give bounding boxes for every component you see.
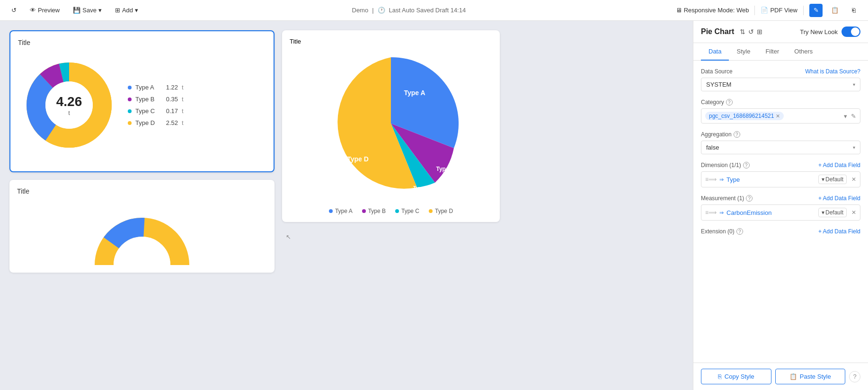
pie-dot-b [362,209,366,213]
pie-chart-card[interactable]: Title [282,30,500,222]
undo-button[interactable]: ↺ [8,5,20,16]
measurement-header: Measurement (1) ? + Add Data Field [701,195,860,202]
measurement-default-tag[interactable]: ▾ Default [818,208,847,217]
measurement-info-icon[interactable]: ? [746,195,753,202]
paste-style-label: Paste Style [800,373,831,380]
legend-value-c: 0.17 [163,107,178,115]
measurement-add-field-btn[interactable]: + Add Data Field [818,195,860,202]
legend-value-d: 2.52 [163,119,178,126]
help-icon[interactable]: ? [849,371,860,382]
pie-legend-c: Type C [395,208,419,214]
category-tag-remove[interactable]: ✕ [776,113,780,119]
data-source-select[interactable]: SYSTEM ▾ [701,78,860,91]
tab-style[interactable]: Style [729,43,758,61]
category-edit-icon[interactable]: ✎ [851,113,856,120]
category-tag: pgc_csv_1686896214521 ✕ [705,112,784,120]
bottom-left-card: Title [9,180,275,273]
category-dropdown-icon[interactable]: ▾ [844,113,847,120]
add-label: Add [122,7,133,14]
donut-center-value: 4.26 t [56,94,82,116]
legend-dot-a [128,86,132,89]
pie-dot-a [329,209,333,213]
aggregation-chevron-icon: ▾ [853,145,855,150]
aggregation-label: Aggregation [701,131,732,138]
bottom-chart-svg [95,208,189,265]
measurement-field-row: ≡⟹ ⇒ CarbonEmission ▾ Default ✕ [701,204,860,221]
bottom-card-title: Title [17,187,267,195]
canvas-area: Title [0,21,693,390]
left-column: Title [9,30,275,381]
legend-value-b: 0.35 [163,96,178,103]
legend-label-d: Type D [135,119,159,126]
copy-icon: ⎘ [718,373,722,380]
data-source-label: Data Source [701,68,733,75]
aggregation-section: Aggregation ? false ▾ [701,131,860,154]
panel-grid-icon[interactable]: ⊞ [757,28,762,35]
svg-text:Type D: Type D [347,155,369,163]
legend-value-a: 1.22 [163,84,178,91]
category-label: Category [701,99,724,106]
dimension-header: Dimension (1/1) ? + Add Data Field [701,162,860,168]
legend-unit-a: t [182,84,184,91]
aggregation-info-icon[interactable]: ? [734,131,740,138]
save-button[interactable]: 💾 Save ▾ [69,5,106,16]
copy-style-button[interactable]: ⎘ Copy Style [701,369,771,384]
add-button[interactable]: ⊞ Add ▾ [111,5,142,16]
legend-label-a: Type A [135,84,159,91]
preview-button[interactable]: 👁 Preview [26,5,63,16]
try-new-look-toggle[interactable] [841,27,860,37]
dimension-field-name: Type [726,176,815,183]
donut-chart: 4.26 t [22,58,116,152]
pie-label-d: Type D [435,208,453,214]
legend-dot-d [128,121,132,125]
extension-info-icon[interactable]: ? [736,228,743,235]
panel-title: Pie Chart [701,27,734,36]
measurement-label-row: Measurement (1) ? [701,195,753,202]
measurement-remove-icon[interactable]: ✕ [851,209,856,216]
panel-refresh-icon[interactable]: ↺ [748,28,754,35]
add-dropdown-icon: ▾ [135,7,138,14]
clock-icon: 🕐 [378,7,385,14]
panel-settings-icon[interactable]: ⇅ [740,28,745,35]
dimension-info-icon[interactable]: ? [743,162,750,168]
category-tag-box[interactable]: pgc_csv_1686896214521 ✕ ▾ ✎ [701,108,860,124]
aggregation-value: false [706,144,719,151]
right-panel: Pie Chart ⇅ ↺ ⊞ Try New Look Data Style … [693,21,868,390]
dimension-label-row: Dimension (1/1) ? [701,162,750,168]
category-info-icon[interactable]: ? [726,99,733,106]
legend-unit-c: t [182,107,184,115]
divider [754,6,755,15]
canvas-icon-button[interactable]: ✎ [809,4,823,17]
donut-chart-card[interactable]: Title [9,30,275,172]
pdf-view-button[interactable]: 📄 PDF View [761,7,797,14]
panel-header: Pie Chart ⇅ ↺ ⊞ Try New Look [693,21,868,43]
save-dropdown-icon: ▾ [98,7,102,14]
aggregation-select[interactable]: false ▾ [701,141,860,154]
legend-item-b: Type B 0.35 t [128,96,184,103]
mode-label: Responsive Mode: Web [684,7,749,14]
what-is-data-source-link[interactable]: What is Data Source? [805,68,860,75]
dimension-section: Dimension (1/1) ? + Add Data Field ≡⟹ ⇒ … [701,162,860,187]
code-icon-button[interactable]: 📋 [828,4,841,17]
svg-text:Type A: Type A [404,89,425,97]
dimension-default-tag[interactable]: ▾ Default [818,175,847,184]
share-icon-button[interactable]: ⎗ [847,4,860,17]
tab-others[interactable]: Others [787,43,820,61]
undo-icon: ↺ [11,7,17,14]
responsive-mode-button[interactable]: 🖥 Responsive Mode: Web [676,7,749,14]
center-unit: t [56,109,82,116]
measurement-label: Measurement (1) [701,195,744,202]
toolbar-right: 🖥 Responsive Mode: Web 📄 PDF View ✎ 📋 ⎗ [676,4,860,17]
donut-card-title: Title [18,39,266,46]
tab-data[interactable]: Data [701,43,729,61]
svg-text:Type B: Type B [436,166,454,172]
legend-item-c: Type C 0.17 t [128,107,184,115]
tab-filter[interactable]: Filter [758,43,787,61]
extension-add-field-btn[interactable]: + Add Data Field [818,228,860,235]
divider2 [803,6,804,15]
dimension-remove-icon[interactable]: ✕ [851,176,856,183]
pie-legend: Type A Type B Type C Type D [290,208,492,214]
measurement-drag-icon: ≡⟹ [705,209,717,216]
dimension-add-field-btn[interactable]: + Add Data Field [818,162,860,168]
paste-style-button[interactable]: 📋 Paste Style [775,369,846,384]
